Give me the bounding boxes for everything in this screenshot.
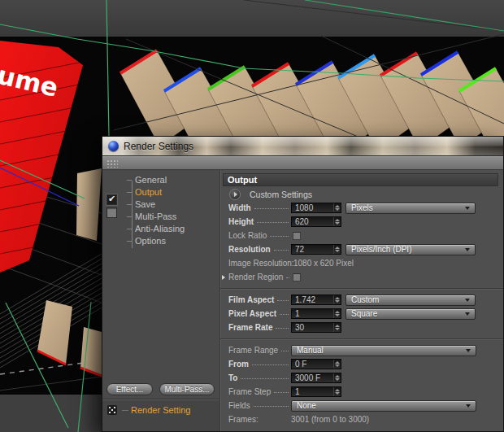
width-row: Width 1080 Pixels [228, 201, 498, 215]
fields-label: Fields [228, 401, 250, 410]
output-panel: Output Custom Settings Width 1080 Pixels… [220, 170, 503, 431]
chevron-down-icon [465, 312, 470, 316]
width-label: Width [228, 203, 251, 212]
resolution-stepper[interactable] [333, 245, 341, 254]
frame-step-stepper[interactable] [333, 387, 341, 396]
height-row: Height 620 [228, 215, 498, 229]
from-stepper[interactable] [333, 360, 341, 369]
to-input[interactable]: 3000 F [291, 373, 341, 383]
to-row: To 3000 F [228, 371, 498, 385]
lock-ratio-label: Lock Ratio [228, 231, 267, 240]
expander-arrow-icon[interactable] [222, 275, 225, 280]
tree-item-options[interactable]: Options [102, 235, 219, 247]
effect-button[interactable]: Effect... [106, 383, 153, 395]
tree-item-general[interactable]: General [102, 174, 219, 186]
window-toolbar [102, 156, 503, 170]
frame-step-row: Frame Step 1 [228, 385, 498, 399]
frame-range-dropdown[interactable]: Manual [291, 345, 476, 356]
film-aspect-label: Film Aspect [228, 295, 274, 304]
film-aspect-input[interactable]: 1.742 [291, 295, 341, 305]
render-region-label: Render Region [228, 273, 283, 281]
image-resolution-label: Image Resolution: [228, 259, 293, 268]
settings-tree: General Output Save Multi-Pass Anti-Alia… [102, 170, 219, 247]
render-settings-window: Render Settings General Output Save Mult… [102, 136, 504, 432]
tree-item-multi-pass[interactable]: Multi-Pass [102, 211, 219, 223]
image-resolution-value: 1080 x 620 Pixel [293, 259, 354, 268]
settings-sidebar: General Output Save Multi-Pass Anti-Alia… [102, 170, 220, 431]
to-label: To [228, 373, 237, 382]
frames-value: 3001 (from 0 to 3000) [291, 415, 369, 424]
pixel-aspect-input[interactable]: 1 [291, 308, 341, 319]
chevron-down-icon [465, 299, 470, 302]
resolution-row: Resolution 72 Pixels/Inch (DPI) [228, 242, 498, 256]
from-input[interactable]: 0 F [291, 359, 341, 369]
viewport-bottom-band [0, 395, 102, 432]
lock-ratio-row: Lock Ratio [228, 229, 498, 242]
save-enable-checkbox[interactable] [106, 194, 117, 205]
chevron-down-icon [465, 207, 470, 210]
resolution-label: Resolution [228, 245, 271, 254]
pixel-aspect-dropdown[interactable]: Square [345, 308, 476, 320]
fields-row: Fields None [228, 399, 498, 412]
frame-rate-stepper[interactable] [333, 323, 341, 332]
frames-label: Frames: [228, 415, 259, 424]
frame-rate-row: Frame Rate 30 [228, 321, 498, 334]
from-row: From 0 F [228, 357, 498, 371]
screen: ume Render Settings [0, 0, 504, 432]
height-label: Height [228, 217, 254, 226]
custom-settings-row: Custom Settings [228, 188, 498, 201]
separator [228, 284, 498, 293]
sidebar-divider [102, 399, 219, 399]
multipass-enable-checkbox[interactable] [106, 207, 117, 218]
from-label: From [228, 360, 249, 369]
height-stepper[interactable] [333, 217, 341, 226]
drag-grip-icon[interactable] [106, 159, 118, 168]
window-titlebar[interactable]: Render Settings [102, 137, 503, 156]
custom-settings-label: Custom Settings [250, 190, 312, 199]
window-title: Render Settings [124, 141, 193, 152]
resolution-input[interactable]: 72 [291, 244, 341, 255]
render-setting-list: Render Setting [102, 400, 219, 431]
frame-step-label: Frame Step [228, 387, 271, 396]
separator [228, 334, 498, 343]
to-stepper[interactable] [333, 373, 341, 382]
width-stepper[interactable] [333, 203, 341, 212]
lock-ratio-checkbox[interactable] [293, 232, 301, 240]
multi-pass-button[interactable]: Multi-Pass... [159, 383, 215, 395]
tree-item-save[interactable]: Save [102, 199, 219, 211]
fields-dropdown[interactable]: None [291, 400, 476, 412]
pixel-aspect-row: Pixel Aspect 1 Square [228, 307, 498, 321]
frame-rate-label: Frame Rate [228, 323, 272, 332]
chevron-down-icon [465, 248, 470, 251]
render-region-checkbox[interactable] [293, 273, 301, 281]
width-unit-dropdown[interactable]: Pixels [345, 203, 476, 214]
panel-section-header: Output [223, 173, 498, 186]
width-input[interactable]: 1080 [291, 203, 341, 213]
render-region-row: Render Region [228, 270, 498, 284]
pixel-aspect-label: Pixel Aspect [228, 309, 276, 318]
film-aspect-dropdown[interactable]: Custom [345, 295, 476, 306]
height-input[interactable]: 620 [291, 216, 341, 227]
frame-range-row: Frame Range Manual [228, 343, 498, 357]
tree-item-anti-aliasing[interactable]: Anti-Aliasing [102, 223, 219, 235]
chevron-down-icon [466, 404, 471, 408]
frame-range-label: Frame Range [228, 346, 278, 355]
custom-settings-button[interactable] [229, 189, 241, 200]
image-resolution-row: Image Resolution: 1080 x 620 Pixel [228, 256, 498, 270]
pixel-aspect-stepper[interactable] [333, 309, 341, 318]
resolution-unit-dropdown[interactable]: Pixels/Inch (DPI) [345, 244, 476, 255]
render-setting-icon [107, 405, 117, 415]
tree-item-output[interactable]: Output [102, 186, 219, 199]
tree-line [132, 181, 133, 248]
chevron-down-icon [466, 349, 471, 352]
render-setting-item[interactable]: Render Setting [102, 405, 219, 415]
render-setting-label: Render Setting [131, 405, 190, 415]
film-aspect-row: Film Aspect 1.742 Custom [228, 293, 498, 307]
frames-row: Frames: 3001 (from 0 to 3000) [228, 412, 498, 426]
film-aspect-stepper[interactable] [333, 295, 341, 304]
frame-rate-input[interactable]: 30 [291, 322, 341, 333]
frame-step-input[interactable]: 1 [291, 386, 341, 397]
app-sphere-icon [108, 141, 119, 151]
viewport-top-band [0, 0, 504, 37]
